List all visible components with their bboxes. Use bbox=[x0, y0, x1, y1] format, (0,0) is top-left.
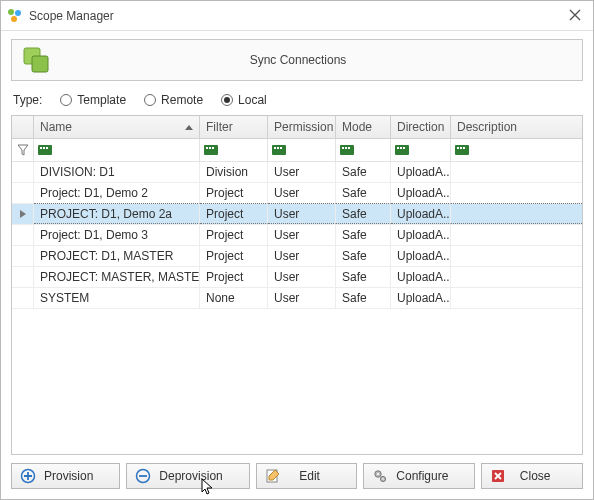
table-row[interactable]: PROJECT: D1, MASTERProjectUserSafeUpload… bbox=[12, 246, 582, 267]
table-row[interactable]: PROJECT: D1, Demo 2aProjectUserSafeUploa… bbox=[12, 204, 582, 225]
filter-mode-cell[interactable] bbox=[336, 139, 391, 161]
cell-description bbox=[451, 267, 582, 287]
cell-description bbox=[451, 203, 582, 224]
deprovision-button[interactable]: Deprovision bbox=[126, 463, 249, 489]
column-indicator[interactable] bbox=[12, 116, 34, 138]
filter-chip-icon bbox=[395, 144, 409, 156]
svg-point-1 bbox=[15, 10, 21, 16]
grid-body: DIVISION: D1DivisionUserSafeUploadA...Pr… bbox=[12, 162, 582, 309]
cell-mode: Safe bbox=[336, 246, 391, 266]
column-name[interactable]: Name bbox=[34, 116, 200, 138]
table-row[interactable]: Project: D1, Demo 3ProjectUserSafeUpload… bbox=[12, 225, 582, 246]
filter-indicator-cell[interactable] bbox=[12, 139, 34, 161]
radio-local[interactable]: Local bbox=[221, 93, 267, 107]
cell-mode: Safe bbox=[336, 225, 391, 245]
close-button[interactable]: Close bbox=[481, 463, 583, 489]
cell-direction: UploadA... bbox=[391, 267, 451, 287]
svg-rect-13 bbox=[272, 145, 286, 155]
column-permission[interactable]: Permission bbox=[268, 116, 336, 138]
column-filter[interactable]: Filter bbox=[200, 116, 268, 138]
filter-chip-icon bbox=[455, 144, 469, 156]
column-description-label: Description bbox=[457, 120, 517, 134]
cell-description bbox=[451, 162, 582, 182]
svg-rect-5 bbox=[38, 145, 52, 155]
cell-name: PROJECT: MASTER, MASTER bbox=[34, 267, 200, 287]
column-mode[interactable]: Mode bbox=[336, 116, 391, 138]
row-indicator bbox=[12, 267, 34, 287]
cell-mode: Safe bbox=[336, 162, 391, 182]
funnel-icon bbox=[17, 144, 29, 156]
column-mode-label: Mode bbox=[342, 120, 372, 134]
filter-dir-cell[interactable] bbox=[391, 139, 451, 161]
cell-permission: User bbox=[268, 162, 336, 182]
row-indicator bbox=[12, 183, 34, 203]
svg-rect-7 bbox=[43, 147, 45, 149]
minus-icon bbox=[135, 468, 151, 484]
close-label: Close bbox=[514, 469, 574, 483]
radio-local-label: Local bbox=[238, 93, 267, 107]
filter-filter-cell[interactable] bbox=[200, 139, 268, 161]
radio-template-label: Template bbox=[77, 93, 126, 107]
radio-remote[interactable]: Remote bbox=[144, 93, 203, 107]
cell-description bbox=[451, 246, 582, 266]
banner: Sync Connections bbox=[11, 39, 583, 81]
cell-mode: Safe bbox=[336, 288, 391, 308]
svg-rect-4 bbox=[32, 56, 48, 72]
svg-rect-25 bbox=[455, 145, 469, 155]
type-label: Type: bbox=[13, 93, 42, 107]
filter-perm-cell[interactable] bbox=[268, 139, 336, 161]
table-row[interactable]: SYSTEMNoneUserSafeUploadA... bbox=[12, 288, 582, 309]
cell-name: Project: D1, Demo 2 bbox=[34, 183, 200, 203]
configure-button[interactable]: Configure bbox=[363, 463, 475, 489]
svg-rect-9 bbox=[204, 145, 218, 155]
svg-rect-27 bbox=[460, 147, 462, 149]
cell-permission: User bbox=[268, 225, 336, 245]
svg-rect-14 bbox=[274, 147, 276, 149]
table-row[interactable]: Project: D1, Demo 2ProjectUserSafeUpload… bbox=[12, 183, 582, 204]
scope-manager-window: Scope Manager Sync Connections Type: Tem… bbox=[0, 0, 594, 500]
svg-rect-15 bbox=[277, 147, 279, 149]
window-title: Scope Manager bbox=[29, 9, 565, 23]
cell-direction: UploadA... bbox=[391, 288, 451, 308]
svg-rect-17 bbox=[340, 145, 354, 155]
auto-filter-row bbox=[12, 139, 582, 162]
table-row[interactable]: DIVISION: D1DivisionUserSafeUploadA... bbox=[12, 162, 582, 183]
cell-filter: Project bbox=[200, 246, 268, 266]
cell-permission: User bbox=[268, 246, 336, 266]
svg-rect-24 bbox=[403, 147, 405, 149]
cell-direction: UploadA... bbox=[391, 246, 451, 266]
provision-label: Provision bbox=[44, 469, 111, 483]
column-direction-label: Direction bbox=[397, 120, 444, 134]
footer-toolbar: Provision Deprovision Edit Co bbox=[1, 455, 593, 499]
column-direction[interactable]: Direction bbox=[391, 116, 451, 138]
column-description[interactable]: Description bbox=[451, 116, 582, 138]
filter-chip-icon bbox=[272, 144, 286, 156]
cell-filter: Division bbox=[200, 162, 268, 182]
cell-description bbox=[451, 225, 582, 245]
deprovision-label: Deprovision bbox=[159, 469, 240, 483]
filter-chip-icon bbox=[204, 144, 218, 156]
table-row[interactable]: PROJECT: MASTER, MASTERProjectUserSafeUp… bbox=[12, 267, 582, 288]
filter-name-cell[interactable] bbox=[34, 139, 200, 161]
plus-icon bbox=[20, 468, 36, 484]
cell-direction: UploadA... bbox=[391, 162, 451, 182]
cell-permission: User bbox=[268, 267, 336, 287]
svg-rect-10 bbox=[206, 147, 208, 149]
svg-point-35 bbox=[383, 478, 385, 480]
gears-icon bbox=[372, 468, 388, 484]
edit-button[interactable]: Edit bbox=[256, 463, 358, 489]
cell-mode: Safe bbox=[336, 267, 391, 287]
radio-template[interactable]: Template bbox=[60, 93, 126, 107]
close-icon[interactable] bbox=[565, 8, 585, 24]
radio-icon bbox=[144, 94, 156, 106]
type-row: Type: Template Remote Local bbox=[11, 91, 583, 115]
row-indicator bbox=[12, 225, 34, 245]
cell-filter: Project bbox=[200, 183, 268, 203]
filter-chip-icon bbox=[340, 144, 354, 156]
svg-rect-18 bbox=[342, 147, 344, 149]
filter-desc-cell[interactable] bbox=[451, 139, 582, 161]
svg-rect-12 bbox=[212, 147, 214, 149]
grid-header: Name Filter Permission Mode Direction De… bbox=[12, 116, 582, 139]
provision-button[interactable]: Provision bbox=[11, 463, 120, 489]
svg-rect-11 bbox=[209, 147, 211, 149]
